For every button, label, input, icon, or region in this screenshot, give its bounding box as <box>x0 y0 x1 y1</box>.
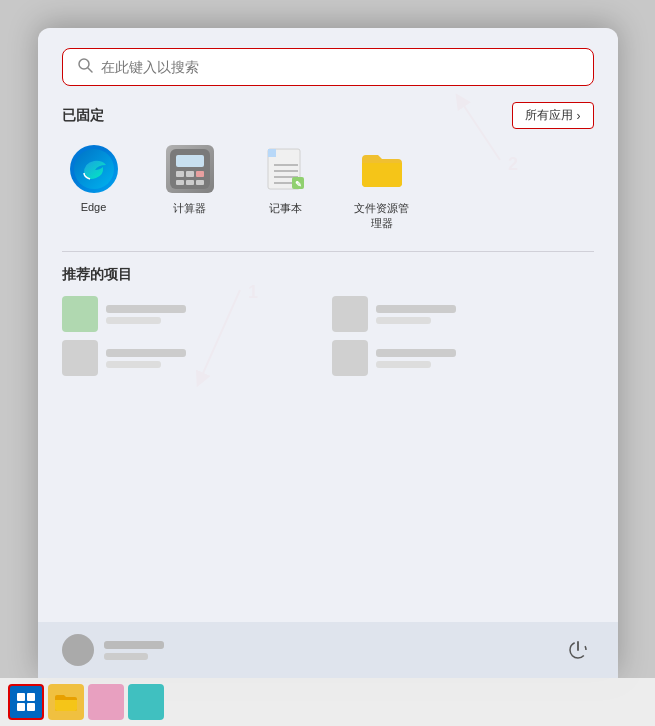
explorer-app-icon <box>358 145 406 193</box>
rec-line-1a <box>106 305 186 313</box>
user-text <box>104 641 164 660</box>
app-item-calc[interactable]: 计算器 <box>158 145 222 231</box>
recommended-items-grid <box>62 296 594 376</box>
app-label-notepad: 记事本 <box>269 201 302 216</box>
section-divider <box>62 251 594 252</box>
rec-text-4 <box>376 349 456 368</box>
power-button[interactable] <box>562 634 594 666</box>
svg-rect-6 <box>186 171 194 177</box>
app-label-edge: Edge <box>81 201 107 213</box>
svg-rect-28 <box>27 703 35 711</box>
pinned-section-header: 已固定 所有应用 › <box>38 102 618 129</box>
start-menu: 已固定 所有应用 › <box>38 28 618 678</box>
recommended-title: 推荐的项目 <box>62 266 132 284</box>
recommended-header: 推荐的项目 <box>62 266 594 284</box>
rec-text-3 <box>106 349 186 368</box>
user-line-2 <box>104 653 148 660</box>
app-item-edge[interactable]: Edge <box>62 145 126 231</box>
svg-rect-8 <box>176 180 184 185</box>
user-info[interactable] <box>62 634 164 666</box>
rec-line-4a <box>376 349 456 357</box>
user-avatar <box>62 634 94 666</box>
app-item-notepad[interactable]: ✎ 记事本 <box>254 145 318 231</box>
rec-thumb-2 <box>332 296 368 332</box>
taskbar <box>0 678 655 726</box>
svg-rect-25 <box>17 693 25 701</box>
svg-line-1 <box>88 68 92 72</box>
rec-line-3b <box>106 361 161 368</box>
svg-rect-26 <box>27 693 35 701</box>
app-label-explorer: 文件资源管理器 <box>350 201 414 231</box>
rec-thumb-4 <box>332 340 368 376</box>
rec-item-1[interactable] <box>62 296 324 332</box>
svg-rect-10 <box>196 180 204 185</box>
app-label-calc: 计算器 <box>173 201 206 216</box>
start-button[interactable] <box>8 684 44 720</box>
svg-rect-9 <box>186 180 194 185</box>
rec-line-4b <box>376 361 431 368</box>
rec-item-2[interactable] <box>332 296 594 332</box>
taskbar-folder-icon[interactable] <box>48 684 84 720</box>
notepad-app-icon: ✎ <box>262 145 310 193</box>
pinned-apps-grid: Edge 计算器 <box>38 145 618 231</box>
user-line-1 <box>104 641 164 649</box>
svg-rect-5 <box>176 171 184 177</box>
rec-item-3[interactable] <box>62 340 324 376</box>
app-item-explorer[interactable]: 文件资源管理器 <box>350 145 414 231</box>
all-apps-button[interactable]: 所有应用 › <box>512 102 594 129</box>
taskbar-pink-icon[interactable] <box>88 684 124 720</box>
search-icon <box>77 57 93 77</box>
rec-text-1 <box>106 305 186 324</box>
search-input[interactable] <box>101 59 579 75</box>
rec-thumb-3 <box>62 340 98 376</box>
pinned-title: 已固定 <box>62 107 104 125</box>
svg-rect-4 <box>176 155 204 167</box>
edge-app-icon <box>70 145 118 193</box>
rec-thumb-1 <box>62 296 98 332</box>
svg-rect-7 <box>196 171 204 177</box>
svg-rect-12 <box>268 149 276 157</box>
user-bar <box>38 622 618 678</box>
rec-line-2a <box>376 305 456 313</box>
all-apps-label: 所有应用 <box>525 107 573 124</box>
rec-text-2 <box>376 305 456 324</box>
calc-app-icon <box>166 145 214 193</box>
svg-text:✎: ✎ <box>294 180 301 189</box>
rec-line-1b <box>106 317 161 324</box>
rec-line-2b <box>376 317 431 324</box>
rec-line-3a <box>106 349 186 357</box>
taskbar-teal-icon[interactable] <box>128 684 164 720</box>
search-bar[interactable] <box>62 48 594 86</box>
recommended-section: 推荐的项目 <box>38 266 618 622</box>
all-apps-chevron: › <box>577 109 581 123</box>
svg-rect-27 <box>17 703 25 711</box>
rec-item-4[interactable] <box>332 340 594 376</box>
